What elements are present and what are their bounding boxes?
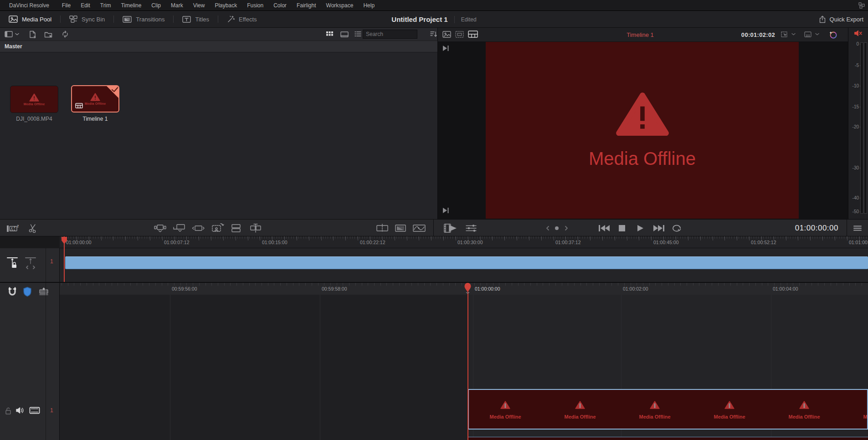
go-to-start-icon[interactable] [598, 220, 611, 237]
media-offline-label: Media Offline [788, 414, 820, 420]
menu-item-workspace[interactable]: Workspace [321, 0, 359, 11]
current-frame-dot-icon[interactable] [554, 220, 560, 237]
menu-item-playback[interactable]: Playback [210, 0, 242, 11]
grid-view-icon[interactable] [326, 31, 333, 37]
boring-detector-icon[interactable]: zzz [6, 220, 22, 237]
keyframe-curve-icon[interactable] [412, 220, 426, 237]
source-overwrite-icon[interactable] [249, 220, 262, 237]
append-clip-icon[interactable] [172, 220, 186, 237]
snapping-magnet-icon[interactable] [7, 287, 17, 297]
menu-item-trim[interactable]: Trim [95, 0, 116, 11]
media-clip-thumbnail[interactable]: Media Offline [10, 86, 58, 113]
upper-timeline-ruler[interactable]: 01:00:00:0001:00:07:1201:00:15:0001:00:2… [60, 236, 868, 248]
refresh-sync-icon[interactable] [62, 31, 69, 38]
lower-track-number: 1 [50, 407, 53, 414]
search-input[interactable] [363, 30, 417, 39]
sort-icon[interactable] [430, 31, 437, 37]
go-to-end-icon[interactable] [652, 220, 665, 237]
viewer-options-icon[interactable] [804, 31, 813, 38]
step-forward-icon[interactable] [564, 220, 569, 237]
locked-playhead-icon[interactable] [6, 256, 18, 270]
transitions-button[interactable]: Transitions [114, 11, 173, 27]
warning-triangle-icon [799, 401, 809, 409]
viewer-timeline-title[interactable]: Timeline 1 [604, 28, 677, 41]
track-audio-icon[interactable] [15, 406, 25, 414]
toolbar-divider [847, 220, 847, 237]
split-scissors-icon[interactable] [27, 220, 38, 237]
import-folder-icon[interactable] [44, 31, 52, 38]
chevron-down-icon[interactable] [815, 33, 819, 36]
bin-header[interactable]: Master [0, 41, 437, 52]
transform-tools-icon[interactable] [781, 31, 790, 38]
titles-label: Titles [195, 16, 209, 23]
color-enhance-icon[interactable] [829, 31, 837, 39]
play-icon[interactable] [636, 220, 644, 237]
add-track-icon[interactable] [38, 287, 49, 296]
filmstrip-view-icon[interactable] [340, 31, 349, 37]
place-on-top-icon[interactable] [230, 220, 242, 237]
clip-name[interactable]: DJI_0008.MP4 [7, 116, 62, 122]
source-clip-icon[interactable] [442, 31, 451, 38]
menu-item-help[interactable]: Help [358, 0, 380, 11]
warning-triangle-icon [90, 93, 100, 101]
titles-button[interactable]: Titles [174, 11, 218, 27]
transitions-label: Transitions [136, 16, 164, 23]
lower-ruler-label: 00:59:56:00 [172, 286, 197, 292]
close-up-icon[interactable] [211, 220, 224, 237]
menu-item-edit[interactable]: Edit [76, 0, 95, 11]
source-tape-icon[interactable] [455, 31, 464, 38]
media-offline-label: Media Offline [564, 414, 596, 420]
timeline-overview-clip[interactable] [65, 256, 868, 269]
track-video-icon[interactable] [29, 407, 40, 414]
free-playhead-icon[interactable] [25, 256, 36, 270]
timeline-options-menu-icon[interactable] [853, 220, 862, 237]
timeline-offline-clip[interactable]: Media OfflineMedia OfflineMedia OfflineM… [468, 389, 868, 430]
upper-ruler-label: 01:00:00:00 [66, 240, 91, 245]
audio-meter-right [864, 42, 867, 214]
step-back-icon[interactable] [545, 220, 550, 237]
track-lock-icon[interactable] [5, 407, 12, 415]
timeline-clip-thumbnail[interactable]: Media Offline [71, 85, 119, 113]
effects-button[interactable]: Effects [218, 11, 266, 27]
quick-export-button[interactable]: Quick Export [819, 11, 863, 28]
media-offline-warning: Media Offline [702, 401, 757, 420]
bin-list-toggle-icon[interactable] [5, 31, 19, 37]
menu-item-fairlight[interactable]: Fairlight [292, 0, 321, 11]
upper-ruler-label: 01:00:37:12 [555, 240, 580, 245]
timeline-type-icon [75, 103, 83, 108]
list-view-icon[interactable] [354, 31, 361, 37]
transition-dissolve-icon[interactable] [394, 220, 407, 237]
clip-name[interactable]: Timeline 1 [68, 116, 123, 122]
menu-item-davinci-resolve[interactable]: DaVinci Resolve [4, 0, 54, 11]
stop-icon[interactable] [618, 220, 626, 237]
menu-item-view[interactable]: View [188, 0, 210, 11]
sync-bin-button[interactable]: Sync Bin [61, 11, 113, 27]
jump-to-bottom-marker-icon[interactable] [440, 206, 452, 215]
chevron-down-icon[interactable] [791, 33, 796, 36]
razor-edit-icon[interactable] [375, 220, 389, 237]
media-pool-button[interactable]: Media Pool [0, 11, 60, 27]
mute-speaker-icon[interactable] [854, 30, 863, 37]
smart-insert-icon[interactable] [153, 220, 167, 237]
jump-to-top-marker-icon[interactable] [440, 44, 452, 53]
menu-item-fusion[interactable]: Fusion [242, 0, 268, 11]
menu-item-clip[interactable]: Clip [146, 0, 166, 11]
lower-playhead[interactable] [467, 283, 468, 440]
media-pool-panel: Master Media Offline DJI_0008.MP4 Media … [0, 28, 438, 219]
upper-playhead-flag-icon[interactable] [61, 236, 67, 245]
timeline-view-icon[interactable] [468, 31, 478, 38]
app-grid-icon[interactable] [858, 2, 865, 9]
menu-item-timeline[interactable]: Timeline [116, 0, 146, 11]
ripple-overwrite-icon[interactable] [191, 220, 205, 237]
timeline-audio-clip-edge[interactable] [468, 437, 868, 440]
preview-clip-icon[interactable] [443, 220, 459, 237]
position-lock-shield-icon[interactable] [23, 287, 32, 297]
import-media-icon[interactable] [29, 31, 36, 38]
menu-item-file[interactable]: File [57, 0, 76, 11]
menu-item-color[interactable]: Color [268, 0, 292, 11]
viewer-canvas[interactable]: Media Offline [438, 41, 848, 219]
menu-item-mark[interactable]: Mark [166, 0, 188, 11]
loop-icon[interactable] [671, 220, 682, 237]
lower-playhead-pin-icon[interactable] [464, 282, 472, 293]
tools-mixer-icon[interactable] [465, 220, 478, 237]
